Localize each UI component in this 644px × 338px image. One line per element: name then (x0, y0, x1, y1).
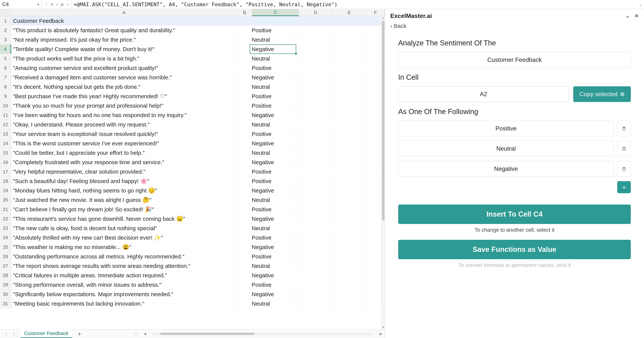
cell-E16[interactable] (330, 158, 363, 167)
cell-C9[interactable]: Positive (250, 92, 296, 101)
cell-F8[interactable] (363, 82, 382, 92)
cell-F29[interactable] (363, 280, 382, 290)
cell-A9[interactable]: "Best purchase I've made this year! High… (11, 92, 235, 101)
cell-A23[interactable]: "The new cafe is okay, food is decent bu… (11, 224, 235, 233)
cell-F9[interactable] (363, 92, 382, 101)
sheet-menu-icon[interactable]: ⋮ (131, 331, 141, 337)
cell-C20[interactable]: Neutral (250, 195, 296, 205)
cell-D8[interactable] (296, 82, 330, 92)
cell-C3[interactable]: Neutral (250, 35, 296, 44)
cell-D16[interactable] (296, 158, 330, 167)
cell-D20[interactable] (296, 195, 330, 205)
row-header[interactable]: 19 (0, 186, 11, 195)
cell-A15[interactable]: "Could be better, but I appreciate your … (11, 148, 235, 158)
row-header[interactable]: 28 (0, 271, 11, 280)
cell-B3[interactable] (235, 35, 250, 44)
cell-B20[interactable] (235, 195, 250, 205)
chevron-down-icon[interactable]: ▾ (37, 2, 39, 6)
cell-D13[interactable] (296, 129, 330, 139)
cell-F24[interactable] (363, 233, 382, 242)
formula-input[interactable]: =@MAI.ASK("CELL_AI.SENTIMENT", A4, "Cust… (71, 1, 636, 7)
cell-F17[interactable] (363, 167, 382, 176)
cell-A29[interactable]: "Strong performance overall, with minor … (11, 280, 235, 290)
cell-E7[interactable] (330, 73, 363, 82)
cell-A20[interactable]: "Just watched the new movie. It was alri… (11, 195, 235, 205)
cell-A14[interactable]: "This is the worst customer service I've… (11, 139, 235, 148)
cell-D1[interactable] (296, 16, 330, 26)
cell-F22[interactable] (363, 214, 382, 224)
accept-icon[interactable]: ✓ (56, 2, 59, 7)
cell-C1[interactable] (250, 16, 296, 26)
copy-selected-button[interactable]: Copy selected (573, 86, 631, 102)
prev-sheet-icon[interactable]: 〈 (0, 331, 10, 337)
cell-F21[interactable] (363, 205, 382, 214)
cell-E3[interactable] (330, 35, 363, 44)
cell-E18[interactable] (330, 176, 363, 186)
cell-F15[interactable] (363, 148, 382, 158)
cell-E11[interactable] (330, 110, 363, 120)
delete-option-button[interactable] (617, 161, 631, 177)
cell-A25[interactable]: "This weather is making me so miserable.… (11, 242, 235, 252)
row-header[interactable]: 16 (0, 158, 11, 167)
row-header[interactable]: 12 (0, 120, 11, 129)
col-header-D[interactable]: D (299, 9, 332, 16)
formula-expand-icon[interactable]: ⌄ (636, 2, 644, 7)
row-header[interactable]: 23 (0, 224, 11, 233)
cell-F11[interactable] (363, 110, 382, 120)
cell-A2[interactable]: "This product is absolutely fantastic! G… (11, 26, 235, 35)
cell-E22[interactable] (330, 214, 363, 224)
cell-C21[interactable]: Positive (250, 205, 296, 214)
cell-D22[interactable] (296, 214, 330, 224)
cell-C8[interactable]: Neutral (250, 82, 296, 92)
cell-B30[interactable] (235, 290, 250, 299)
cell-D15[interactable] (296, 148, 330, 158)
cell-F6[interactable] (363, 63, 382, 73)
cell-E19[interactable] (330, 186, 363, 195)
cell-F10[interactable] (363, 101, 382, 110)
cell-E13[interactable] (330, 129, 363, 139)
cell-B10[interactable] (235, 101, 250, 110)
cell-C18[interactable]: Positive (250, 176, 296, 186)
cell-E8[interactable] (330, 82, 363, 92)
chevron-down-icon[interactable]: ⌄ (626, 13, 630, 19)
save-values-button[interactable]: Save Functions as Value (398, 240, 631, 259)
cell-B8[interactable] (235, 82, 250, 92)
cell-B5[interactable] (235, 54, 250, 63)
cell-B14[interactable] (235, 139, 250, 148)
horizontal-scrollbar[interactable] (152, 333, 373, 335)
cell-F5[interactable] (363, 54, 382, 63)
cell-B6[interactable] (235, 63, 250, 73)
cell-C24[interactable]: Positive (250, 233, 296, 242)
cell-C19[interactable]: Negative (250, 186, 296, 195)
cell-D6[interactable] (296, 63, 330, 73)
select-all-corner[interactable] (0, 9, 11, 16)
cell-D2[interactable] (296, 26, 330, 35)
cell-E28[interactable] (330, 271, 363, 280)
cell-D23[interactable] (296, 224, 330, 233)
cell-F25[interactable] (363, 242, 382, 252)
cell-C12[interactable]: Neutral (250, 120, 296, 129)
cell-B4[interactable] (235, 44, 250, 54)
close-icon[interactable]: ✕ (634, 13, 639, 19)
cell-D14[interactable] (296, 139, 330, 148)
cell-A13[interactable]: "Your service team is exceptional! Issue… (11, 129, 235, 139)
cell-B19[interactable] (235, 186, 250, 195)
cell-E20[interactable] (330, 195, 363, 205)
cell-B28[interactable] (235, 271, 250, 280)
cell-B25[interactable] (235, 242, 250, 252)
row-header[interactable]: 3 (0, 35, 11, 44)
row-header[interactable]: 13 (0, 129, 11, 139)
cell-E12[interactable] (330, 120, 363, 129)
cell-B21[interactable] (235, 205, 250, 214)
col-header-A[interactable]: A (11, 9, 237, 16)
row-header[interactable]: 26 (0, 252, 11, 261)
cell-F31[interactable] (363, 299, 382, 309)
cell-F13[interactable] (363, 129, 382, 139)
cell-D29[interactable] (296, 280, 330, 290)
cell-A24[interactable]: "Absolutely thrilled with my new car! Be… (11, 233, 235, 242)
cell-C22[interactable]: Negative (250, 214, 296, 224)
cell-D5[interactable] (296, 54, 330, 63)
cell-F27[interactable] (363, 261, 382, 271)
cell-D28[interactable] (296, 271, 330, 280)
cell-A28[interactable]: "Critical failures in multiple areas. Im… (11, 271, 235, 280)
